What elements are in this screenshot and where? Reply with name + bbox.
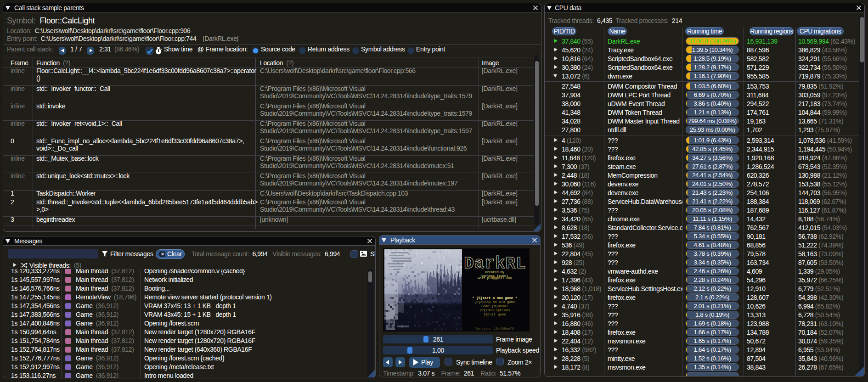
svg-text:[V]ideo options: [V]ideo options — [479, 308, 510, 312]
svg-text:wolf.pld@gmail.com: wolf.pld@gmail.com — [478, 276, 513, 280]
svg-text:* [S]tart a new game *: * [S]tart a new game * — [472, 296, 517, 300]
svg-text:Created by: Created by — [485, 270, 504, 274]
svg-text:Version: 15c455ee76: Version: 15c455ee76 — [475, 326, 514, 331]
svg-text:[R]eplay an old game: [R]eplay an old game — [474, 300, 515, 304]
svg-text:[Q]uit game: [Q]uit game — [484, 312, 507, 316]
svg-text:Game [M]anual: Game [M]anual — [481, 304, 508, 308]
